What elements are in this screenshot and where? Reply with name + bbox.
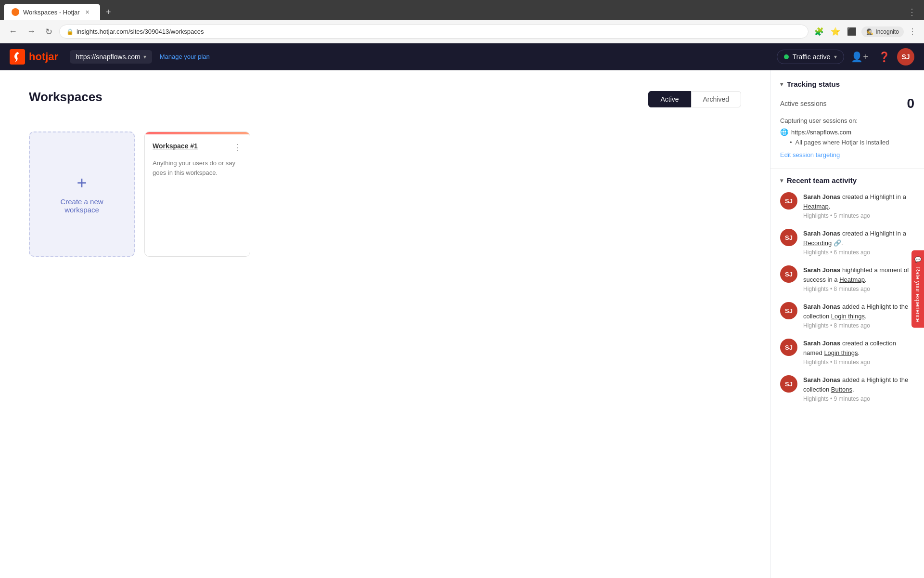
tab-title: Workspaces - Hotjar	[23, 9, 80, 16]
activity-text: Sarah Jonas created a Highlight in a Hea…	[803, 192, 914, 211]
hotjar-logo-icon	[10, 49, 25, 65]
activity-avatar: SJ	[780, 302, 797, 319]
workspace-menu-button[interactable]: ⋮	[233, 142, 242, 153]
rate-experience-panel[interactable]: 💬 Rate your experience	[911, 250, 924, 328]
help-button[interactable]: ❓	[875, 48, 893, 66]
activity-content: Sarah Jonas created a Highlight in a Hea…	[803, 192, 914, 219]
activity-text: Sarah Jonas highlighted a moment of succ…	[803, 265, 914, 284]
activity-text: Sarah Jonas added a Highlight to the col…	[803, 302, 914, 321]
activity-item: SJ Sarah Jonas added a Highlight to the …	[780, 375, 914, 402]
activity-list: SJ Sarah Jonas created a Highlight in a …	[780, 192, 914, 402]
activity-content: Sarah Jonas highlighted a moment of succ…	[803, 265, 914, 292]
active-sessions-label: Active sessions	[780, 100, 826, 107]
create-plus-icon: +	[77, 174, 87, 192]
address-text: insights.hotjar.com/sites/3090413/worksp…	[77, 28, 204, 35]
manage-plan-link[interactable]: Manage your plan	[160, 53, 210, 60]
rate-label: Rate your experience	[914, 267, 921, 322]
tab-favicon	[12, 8, 19, 16]
activity-user-name: Sarah Jonas	[803, 376, 840, 383]
all-pages-text: • All pages where Hotjar is installed	[790, 139, 914, 146]
activity-link[interactable]: Login things	[831, 313, 865, 320]
browser-controls: ← → ↻ 🔒 insights.hotjar.com/sites/309041…	[0, 20, 924, 43]
filter-active-button[interactable]: Active	[648, 91, 691, 107]
activity-link[interactable]: Heatmap	[839, 276, 865, 283]
activity-link[interactable]: Login things	[824, 349, 858, 356]
browser-menu-icon[interactable]: ⋮	[908, 7, 920, 17]
edit-session-targeting-link[interactable]: Edit session targeting	[780, 151, 840, 158]
all-pages-label: All pages where Hotjar is installed	[795, 139, 889, 146]
logo-text: hotjar	[29, 51, 58, 63]
activity-user-name: Sarah Jonas	[803, 303, 840, 310]
site-selector[interactable]: https://snapflows.com ▾	[70, 50, 152, 64]
content-area: Workspaces Active Archived + Create a ne…	[0, 70, 770, 578]
add-user-button[interactable]: 👤+	[848, 48, 872, 66]
tracking-chevron-icon[interactable]: ▾	[780, 81, 783, 88]
traffic-status[interactable]: Traffic active ▾	[777, 50, 845, 64]
browser-actions: 🧩 ⭐ ⬛ 🕵️ Incognito ⋮	[812, 25, 918, 38]
activity-avatar: SJ	[780, 229, 797, 246]
browser-tab-bar: Workspaces - Hotjar × + ⋮	[0, 0, 924, 20]
bookmark-icon[interactable]: ⭐	[829, 25, 842, 38]
traffic-label: Traffic active	[793, 53, 831, 61]
activity-content: Sarah Jonas created a Highlight in a Rec…	[803, 229, 914, 256]
activity-text: Sarah Jonas created a Highlight in a Rec…	[803, 229, 914, 248]
activity-meta: Highlights • 8 minutes ago	[803, 322, 914, 329]
activity-item: SJ Sarah Jonas created a collection name…	[780, 339, 914, 366]
workspace-description: Anything your users do or say goes in th…	[153, 158, 242, 177]
activity-link[interactable]: Recording	[803, 239, 832, 247]
activity-meta: Highlights • 6 minutes ago	[803, 249, 914, 256]
active-sessions-value: 0	[907, 96, 914, 111]
forward-button[interactable]: →	[24, 25, 38, 39]
workspace-name[interactable]: Workspace #1	[153, 142, 198, 150]
traffic-chevron: ▾	[834, 53, 837, 60]
activity-item: SJ Sarah Jonas created a Highlight in a …	[780, 192, 914, 219]
capturing-site-row: 🌐 https://snapflows.com	[780, 128, 914, 136]
capturing-label: Capturing user sessions on:	[780, 117, 914, 124]
browser-tab-active[interactable]: Workspaces - Hotjar ×	[4, 4, 100, 20]
avatar-initials: SJ	[901, 53, 910, 61]
activity-meta: Highlights • 9 minutes ago	[803, 395, 914, 402]
workspace-card-1[interactable]: Workspace #1 ⋮ Anything your users do or…	[144, 131, 250, 257]
activity-user-name: Sarah Jonas	[803, 266, 840, 274]
right-panel: ▾ Tracking status Active sessions 0 Capt…	[770, 70, 924, 578]
back-button[interactable]: ←	[6, 25, 20, 39]
page-header-row: Workspaces Active Archived	[29, 90, 741, 120]
incognito-button[interactable]: 🕵️ Incognito	[861, 26, 904, 37]
extensions-icon[interactable]: 🧩	[812, 25, 826, 38]
traffic-active-dot	[784, 54, 789, 59]
create-workspace-card[interactable]: + Create a newworkspace	[29, 131, 135, 257]
activity-text: Sarah Jonas created a collection named L…	[803, 339, 914, 357]
top-nav: hotjar https://snapflows.com ▾ Manage yo…	[0, 43, 924, 70]
new-tab-button[interactable]: +	[102, 7, 115, 17]
activity-section: ▾ Recent team activity SJ Sarah Jonas cr…	[770, 176, 924, 402]
activity-chevron-icon[interactable]: ▾	[780, 177, 783, 184]
activity-avatar: SJ	[780, 339, 797, 356]
lock-icon: 🔒	[66, 28, 74, 35]
filter-bar: Active Archived	[648, 91, 741, 107]
activity-avatar: SJ	[780, 265, 797, 283]
activity-content: Sarah Jonas created a collection named L…	[803, 339, 914, 366]
activity-meta: Highlights • 5 minutes ago	[803, 212, 914, 219]
activity-item: SJ Sarah Jonas created a Highlight in a …	[780, 229, 914, 256]
activity-section-title: Recent team activity	[787, 176, 857, 184]
filter-archived-button[interactable]: Archived	[691, 91, 741, 107]
workspace-card-body: Workspace #1 ⋮ Anything your users do or…	[145, 134, 250, 185]
capturing-site-url: https://snapflows.com	[791, 129, 851, 136]
tracking-status-section: ▾ Tracking status Active sessions 0 Capt…	[770, 80, 924, 169]
incognito-icon: 🕵️	[866, 28, 873, 35]
avatar[interactable]: SJ	[897, 48, 914, 66]
activity-user-name: Sarah Jonas	[803, 193, 840, 200]
hotjar-logo[interactable]: hotjar	[10, 49, 58, 65]
activity-avatar: SJ	[780, 192, 797, 210]
tab-view-icon[interactable]: ⬛	[845, 25, 859, 38]
svg-rect-0	[10, 49, 25, 65]
bullet: •	[790, 139, 792, 146]
activity-link[interactable]: Heatmap	[803, 203, 829, 210]
activity-link[interactable]: Buttons	[831, 386, 852, 393]
address-bar[interactable]: 🔒 insights.hotjar.com/sites/3090413/work…	[59, 25, 808, 39]
app-wrapper: hotjar https://snapflows.com ▾ Manage yo…	[0, 43, 924, 578]
tab-close-button[interactable]: ×	[86, 8, 90, 16]
refresh-button[interactable]: ↻	[42, 25, 55, 39]
browser-menu-button[interactable]: ⋮	[907, 25, 918, 38]
workspace-card-header: Workspace #1 ⋮	[153, 142, 242, 153]
